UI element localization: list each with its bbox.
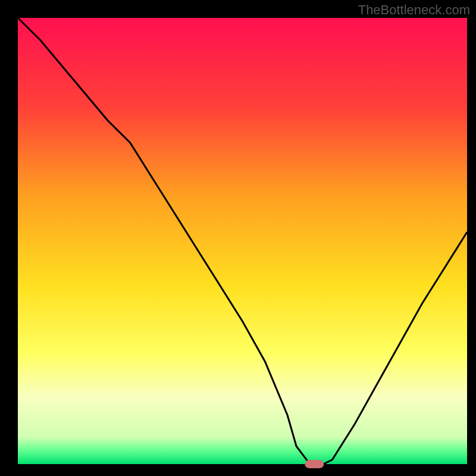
chart-svg: [0, 0, 476, 476]
optimal-point-marker: [305, 460, 324, 468]
gradient-background: [18, 18, 467, 464]
y-axis: [0, 0, 18, 476]
watermark-text: TheBottleneck.com: [358, 2, 470, 18]
x-axis: [0, 464, 476, 476]
svg-rect-1: [467, 0, 476, 476]
chart-container: TheBottleneck.com: [0, 0, 476, 476]
